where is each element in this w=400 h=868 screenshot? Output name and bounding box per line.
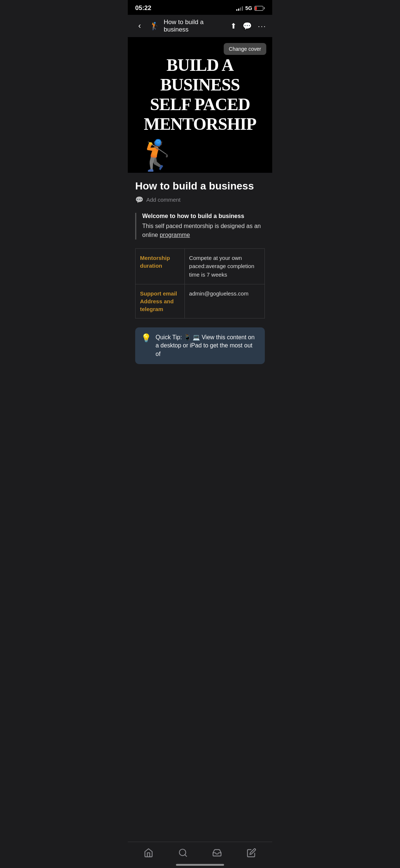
- tip-lightbulb-icon: 💡: [141, 333, 151, 343]
- add-comment-button[interactable]: 💬 Add comment: [135, 196, 265, 204]
- quote-bold-text: Welcome to how to build a business: [142, 213, 265, 220]
- table-value-mentorship-duration: Compete at your own paced:average comple…: [184, 248, 264, 284]
- table-label-mentorship-duration: Mentorship duration: [136, 248, 185, 284]
- status-time: 05:22: [135, 4, 151, 12]
- back-button[interactable]: ‹: [134, 20, 146, 32]
- change-cover-button[interactable]: Change cover: [224, 43, 266, 55]
- share-icon[interactable]: ⬆: [230, 22, 237, 30]
- more-options-icon[interactable]: ···: [258, 22, 266, 30]
- quote-body-text: This self paced mentorship is designed a…: [142, 222, 265, 240]
- quote-block: Welcome to how to build a business This …: [135, 213, 265, 240]
- status-icons: 5G: [236, 5, 265, 11]
- programme-link[interactable]: programme: [160, 232, 190, 238]
- hero-cover: Change cover BUILD A BUSINESS SELF PACED…: [128, 37, 272, 173]
- nav-actions: ⬆ 💬 ···: [230, 22, 266, 30]
- status-bar: 05:22 5G: [128, 0, 272, 15]
- nav-bar: ‹ 🏌️ How to build a business ⬆ 💬 ···: [128, 15, 272, 37]
- table-row: Mentorship duration Compete at your own …: [136, 248, 265, 284]
- golfer-figure: 🏌️: [139, 138, 176, 173]
- page-content: How to build a business 💬 Add comment We…: [128, 173, 272, 409]
- battery-icon: [254, 6, 265, 11]
- info-table: Mentorship duration Compete at your own …: [135, 248, 265, 319]
- hero-title: BUILD A BUSINESS SELF PACED MENTORSHIP: [135, 56, 265, 134]
- comment-bubble-icon: 💬: [135, 196, 143, 204]
- table-label-support-email: Support email Address and telegram: [136, 284, 185, 319]
- signal-bars-icon: [236, 6, 243, 11]
- page-title: How to build a business: [135, 180, 265, 192]
- page-emoji: 🏌️: [150, 22, 159, 30]
- table-value-support-email: admin@goglueless.com: [184, 284, 264, 319]
- add-comment-label: Add comment: [146, 197, 181, 203]
- table-row: Support email Address and telegram admin…: [136, 284, 265, 319]
- quick-tip-block: 💡 Quick Tip: 📱 💻 View this content on a …: [135, 327, 265, 364]
- network-type: 5G: [245, 5, 252, 11]
- tip-text: Quick Tip: 📱 💻 View this content on a de…: [156, 333, 259, 358]
- comment-icon[interactable]: 💬: [243, 22, 252, 30]
- nav-title: How to build a business: [164, 19, 226, 33]
